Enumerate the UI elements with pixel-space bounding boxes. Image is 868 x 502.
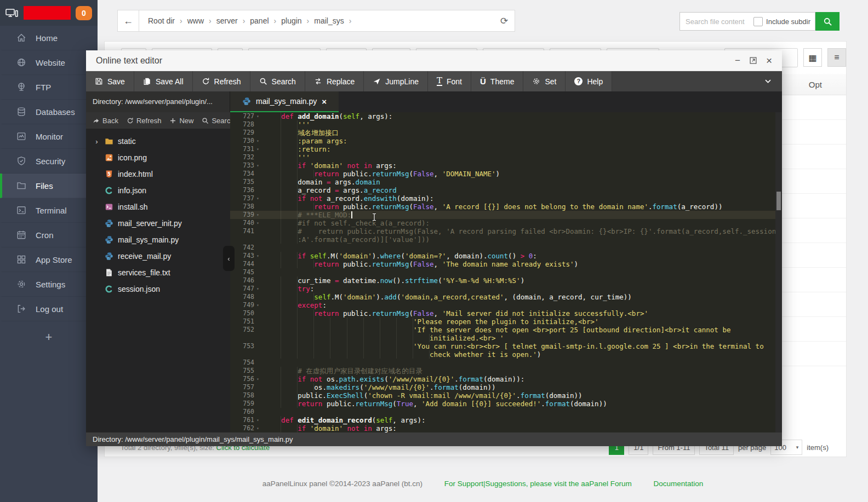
line-number[interactable]: 754	[230, 359, 254, 367]
fold-marker-icon[interactable]: ▾	[254, 145, 261, 153]
line-number[interactable]: 755	[230, 367, 254, 375]
code-line-748[interactable]: 748 self.M('domain').add('domain,a_recor…	[230, 293, 775, 301]
line-number[interactable]: 740	[230, 219, 254, 227]
fold-marker-icon[interactable]: ▾	[254, 137, 261, 145]
refresh-button[interactable]: Refresh	[193, 71, 250, 91]
line-number[interactable]: 738	[230, 203, 254, 211]
code-line-757[interactable]: 757 os.makedirs('/www/vmail/{0}'.format(…	[230, 383, 775, 391]
code-line-750[interactable]: 750 return public.returnMsg(False, 'Mail…	[230, 309, 775, 318]
line-number[interactable]: 762	[230, 424, 254, 432]
support-link[interactable]: For Support|Suggestions, please visit th…	[444, 480, 632, 488]
code-line-735[interactable]: 735 domain = args.domain	[230, 178, 775, 186]
code-line-730[interactable]: 730▾ :param args:	[230, 137, 775, 145]
sidebar-item-files[interactable]: Files	[0, 174, 98, 198]
help-button[interactable]: ?Help	[566, 71, 612, 91]
theme-button[interactable]: ÜTheme	[471, 71, 523, 91]
close-icon[interactable]: ×	[766, 55, 772, 67]
code-line-740[interactable]: 740▾ #if not self._check_a(a_record):	[230, 219, 775, 227]
code-editor[interactable]: 727▾ def add_domain(self, args):728 '''7…	[230, 112, 775, 432]
sidebar-item-app-store[interactable]: App Store	[0, 247, 98, 272]
fold-marker-icon[interactable]: ▾	[254, 424, 261, 432]
code-line-747[interactable]: 747▾ try:	[230, 285, 775, 293]
tree-item-session-json[interactable]: session.json	[86, 281, 230, 297]
code-line-754[interactable]: 754	[230, 359, 775, 367]
code-line-731[interactable]: 731▾ :return:	[230, 145, 775, 153]
line-number[interactable]	[230, 235, 254, 244]
set-button[interactable]: Set	[523, 71, 566, 91]
code-line-728[interactable]: 728 '''	[230, 120, 775, 129]
list-view-button[interactable]: ≡	[827, 48, 846, 67]
font-button[interactable]: TFont	[428, 71, 471, 91]
sidebar-item-website[interactable]: Website	[0, 50, 98, 75]
breadcrumb-item-plugin[interactable]: plugin	[281, 16, 301, 25]
tree-item-mail-server-init-py[interactable]: mail_server_init.py	[86, 215, 230, 232]
code-line-739[interactable]: 739▾ # ***ELE_MOD:	[230, 211, 775, 219]
line-number[interactable]: 728	[230, 120, 254, 129]
tree-refresh-button[interactable]: Refresh	[127, 117, 162, 125]
code-line-742[interactable]: 742	[230, 244, 775, 252]
line-number[interactable]: 749	[230, 301, 254, 309]
tree-item-receive-mail-py[interactable]: receive_mail.py	[86, 248, 230, 264]
code-line-732[interactable]: 732 '''	[230, 153, 775, 161]
line-number[interactable]: 733	[230, 161, 254, 170]
line-number[interactable]: 731	[230, 145, 254, 153]
line-number[interactable]: 757	[230, 383, 254, 391]
breadcrumb-item-panel[interactable]: panel	[250, 16, 269, 25]
code-line-734[interactable]: 734 return public.returnMsg(False, 'DOMA…	[230, 170, 775, 178]
code-line-745[interactable]: 745	[230, 268, 775, 276]
line-number[interactable]: 753	[230, 342, 254, 350]
code-line-744[interactable]: 744 return public.returnMsg(False, 'The …	[230, 260, 775, 268]
save-all-button[interactable]: Save All	[134, 71, 193, 91]
code-line-wrap[interactable]: initialized.<br> '	[230, 334, 775, 342]
editor-scrollbar[interactable]	[775, 112, 782, 432]
line-number[interactable]: 727	[230, 112, 254, 120]
line-number[interactable]: 758	[230, 391, 254, 400]
modal-titlebar[interactable]: Online text editor − ×	[86, 50, 782, 71]
maximize-icon[interactable]	[749, 56, 757, 65]
jumpline-button[interactable]: JumpLine	[364, 71, 428, 91]
code-line-736[interactable]: 736 a_record = args.a_record	[230, 186, 775, 194]
tree-item-index-html[interactable]: 5index.html	[86, 166, 230, 182]
breadcrumb-item-server[interactable]: server	[216, 16, 238, 25]
line-number[interactable]: 741	[230, 227, 254, 235]
back-button[interactable]: ←	[117, 10, 139, 32]
fold-marker-icon[interactable]: ▾	[254, 161, 261, 170]
line-number[interactable]	[230, 334, 254, 342]
code-line-741[interactable]: 741 # return public.returnMsg(False, 'A …	[230, 227, 775, 235]
line-number[interactable]: 751	[230, 318, 254, 326]
code-line-729[interactable]: 729 域名增加接口	[230, 129, 775, 137]
fold-marker-icon[interactable]: ▾	[254, 211, 261, 219]
sidebar-item-monitor[interactable]: Monitor	[0, 124, 98, 149]
tree-item-mail-sys-main-py[interactable]: mail_sys_main.py	[86, 232, 230, 248]
code-line-759[interactable]: 759 return public.returnMsg(True, 'Add d…	[230, 400, 775, 408]
breadcrumb-item-root-dir[interactable]: Root dir	[148, 16, 175, 25]
grid-view-button[interactable]: ▦	[803, 48, 822, 67]
line-number[interactable]: 756	[230, 375, 254, 383]
code-line-756[interactable]: 756▾ if not os.path.exists('/www/vmail/{…	[230, 375, 775, 383]
sidebar-item-ftp[interactable]: FTP	[0, 75, 98, 100]
chevron-right-icon[interactable]: ›	[93, 137, 100, 146]
line-number[interactable]: 745	[230, 268, 254, 276]
sidebar-item-home[interactable]: Home	[0, 26, 98, 50]
tab-close-icon[interactable]: ×	[322, 97, 327, 106]
code-line-738[interactable]: 738 return public.returnMsg(False, 'A re…	[230, 203, 775, 211]
minimize-icon[interactable]: −	[735, 55, 740, 66]
fold-marker-icon[interactable]: ▾	[254, 301, 261, 309]
line-number[interactable]: 746	[230, 276, 254, 285]
tree-new-button[interactable]: New	[169, 117, 193, 125]
code-line-749[interactable]: 749▾ except:	[230, 301, 775, 309]
fold-marker-icon[interactable]: ▾	[254, 285, 261, 293]
sidebar-item-terminal[interactable]: Terminal	[0, 198, 98, 223]
line-number[interactable]: 730	[230, 137, 254, 145]
sidebar-item-cron[interactable]: Cron	[0, 223, 98, 247]
code-line-758[interactable]: 758 public.ExecShell('chown -R vmail:mai…	[230, 391, 775, 400]
search-input[interactable]	[684, 17, 747, 26]
search-button[interactable]: Search	[250, 71, 305, 91]
line-number[interactable]: 737	[230, 194, 254, 203]
sidebar-item-log-out[interactable]: Log out	[0, 297, 98, 321]
sidebar-item-databases[interactable]: Databases	[0, 100, 98, 124]
code-line-753[interactable]: 753 'You can run:<br><br> [ telnet gmail…	[230, 342, 775, 350]
include-subdir-checkbox[interactable]	[753, 17, 763, 26]
code-line-752[interactable]: 752 'If the server does not open <br>por…	[230, 326, 775, 334]
code-line-wrap[interactable]: check whether it is open.')	[230, 350, 775, 359]
